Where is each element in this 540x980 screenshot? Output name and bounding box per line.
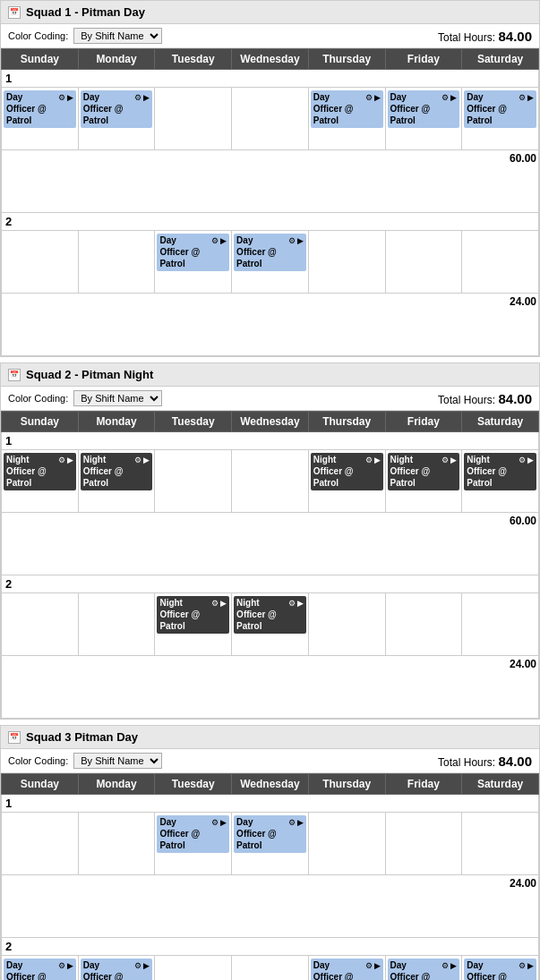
plus-icon[interactable]: ▶	[67, 456, 73, 464]
shift-icons: ⚙ ▶	[365, 961, 381, 970]
plus-icon[interactable]: ▶	[67, 961, 73, 970]
col-header: Thursday	[308, 49, 385, 70]
shift-icons: ⚙ ▶	[441, 93, 457, 102]
shift-body: Officer @Patrol	[83, 103, 150, 126]
schedule-cell	[155, 88, 232, 150]
gear-icon[interactable]: ⚙	[58, 456, 65, 464]
col-header: Tuesday	[155, 49, 232, 70]
shift-header: Night ⚙ ▶	[83, 455, 150, 464]
gear-icon[interactable]: ⚙	[365, 93, 373, 102]
color-coding: Color Coding: By Shift Name	[8, 390, 162, 406]
total-hours: Total Hours: 84.00	[438, 391, 532, 406]
shift-icons: ⚙ ▶	[519, 93, 534, 102]
shift-card: Night ⚙ ▶ Officer @Patrol	[311, 453, 383, 490]
shift-label: Day	[390, 92, 407, 102]
gear-icon[interactable]: ⚙	[58, 961, 65, 970]
shift-label: Night	[467, 455, 490, 464]
plus-icon[interactable]: ▶	[527, 961, 534, 970]
gear-icon[interactable]: ⚙	[365, 961, 373, 970]
row-hours: 60.00	[2, 150, 539, 213]
plus-icon[interactable]: ▶	[143, 456, 150, 464]
shift-label: Day	[390, 960, 407, 970]
plus-icon[interactable]: ▶	[220, 236, 227, 245]
shift-header: Day ⚙ ▶	[236, 817, 304, 827]
gear-icon[interactable]: ⚙	[441, 961, 449, 970]
shift-icons: ⚙ ▶	[134, 961, 150, 970]
gear-icon[interactable]: ⚙	[519, 456, 526, 464]
row-number: 1	[2, 70, 539, 88]
row-number: 2	[2, 575, 539, 593]
gear-icon[interactable]: ⚙	[441, 456, 449, 464]
plus-icon[interactable]: ▶	[220, 599, 227, 608]
gear-icon[interactable]: ⚙	[288, 236, 296, 245]
plus-icon[interactable]: ▶	[297, 599, 304, 608]
gear-icon[interactable]: ⚙	[365, 456, 373, 464]
schedule-cell	[385, 231, 462, 294]
schedule-cell: Day ⚙ ▶ Officer @Patrol	[232, 231, 309, 294]
plus-icon[interactable]: ▶	[527, 93, 534, 102]
gear-icon[interactable]: ⚙	[211, 818, 219, 827]
plus-icon[interactable]: ▶	[527, 456, 534, 464]
shift-card: Night ⚙ ▶ Officer @Patrol	[157, 596, 229, 634]
plus-icon[interactable]: ▶	[220, 818, 227, 827]
plus-icon[interactable]: ▶	[374, 93, 381, 102]
schedule-cell	[385, 593, 462, 656]
row-num-row: 2	[2, 213, 539, 231]
plus-icon[interactable]: ▶	[374, 961, 381, 970]
plus-icon[interactable]: ▶	[143, 93, 150, 102]
plus-icon[interactable]: ▶	[67, 93, 73, 102]
shift-header: Day ⚙ ▶	[313, 960, 381, 970]
shift-label: Day	[159, 817, 176, 827]
shift-body: Officer @Patrol	[83, 465, 150, 489]
plus-icon[interactable]: ▶	[450, 456, 457, 464]
shift-card: Day ⚙ ▶ Officer @Patrol	[311, 90, 383, 128]
plus-icon[interactable]: ▶	[297, 236, 304, 245]
shift-icons: ⚙ ▶	[288, 818, 304, 827]
schedule-cell	[462, 813, 539, 875]
schedule-cell	[232, 956, 309, 981]
col-header: Sunday	[2, 49, 79, 70]
shift-icons: ⚙ ▶	[519, 961, 534, 970]
gear-icon[interactable]: ⚙	[134, 456, 141, 464]
gear-icon[interactable]: ⚙	[441, 93, 449, 102]
shift-body: Officer @Patrol	[313, 971, 381, 980]
plus-icon[interactable]: ▶	[450, 93, 457, 102]
plus-icon[interactable]: ▶	[297, 818, 304, 827]
schedule-cell	[308, 813, 385, 875]
color-coding-select[interactable]: By Shift Name	[73, 28, 162, 44]
schedule-cell	[155, 956, 232, 981]
schedule-table: SundayMondayTuesdayWednesdayThursdayFrid…	[1, 48, 539, 356]
plus-icon[interactable]: ▶	[143, 961, 150, 970]
color-coding-select[interactable]: By Shift Name	[73, 753, 162, 769]
shift-header: Night ⚙ ▶	[467, 455, 534, 464]
shift-card: Day ⚙ ▶ Officer @Patrol	[388, 90, 460, 128]
schedule-cell: Night ⚙ ▶ Officer @Patrol	[385, 450, 462, 513]
squad-title: Squad 2 - Pitman Night	[26, 368, 153, 381]
col-header: Monday	[78, 774, 155, 795]
gear-icon[interactable]: ⚙	[58, 93, 65, 102]
gear-icon[interactable]: ⚙	[211, 599, 219, 608]
shift-card: Day ⚙ ▶ Officer @Patrol	[81, 90, 153, 128]
shift-header: Day ⚙ ▶	[83, 92, 150, 102]
shift-card: Night ⚙ ▶ Officer @Patrol	[81, 453, 153, 490]
plus-icon[interactable]: ▶	[374, 456, 381, 464]
shift-label: Day	[467, 960, 483, 970]
row-hours: 24.00	[2, 656, 539, 719]
gear-icon[interactable]: ⚙	[211, 236, 219, 245]
calendar-icon: 📅	[8, 6, 21, 19]
color-coding-select[interactable]: By Shift Name	[73, 390, 162, 406]
schedule-cell	[78, 813, 155, 875]
gear-icon[interactable]: ⚙	[519, 93, 526, 102]
row-num-row: 1	[2, 432, 539, 450]
gear-icon[interactable]: ⚙	[134, 93, 141, 102]
schedule-table: SundayMondayTuesdayWednesdayThursdayFrid…	[1, 411, 539, 719]
shift-card: Night ⚙ ▶ Officer @Patrol	[464, 453, 536, 490]
plus-icon[interactable]: ▶	[450, 961, 457, 970]
shift-body: Officer @Patrol	[313, 465, 381, 489]
gear-icon[interactable]: ⚙	[288, 818, 296, 827]
gear-icon[interactable]: ⚙	[134, 961, 141, 970]
gear-icon[interactable]: ⚙	[519, 961, 526, 970]
row-number: 2	[2, 213, 539, 231]
shift-icons: ⚙ ▶	[441, 456, 457, 464]
gear-icon[interactable]: ⚙	[288, 599, 296, 608]
